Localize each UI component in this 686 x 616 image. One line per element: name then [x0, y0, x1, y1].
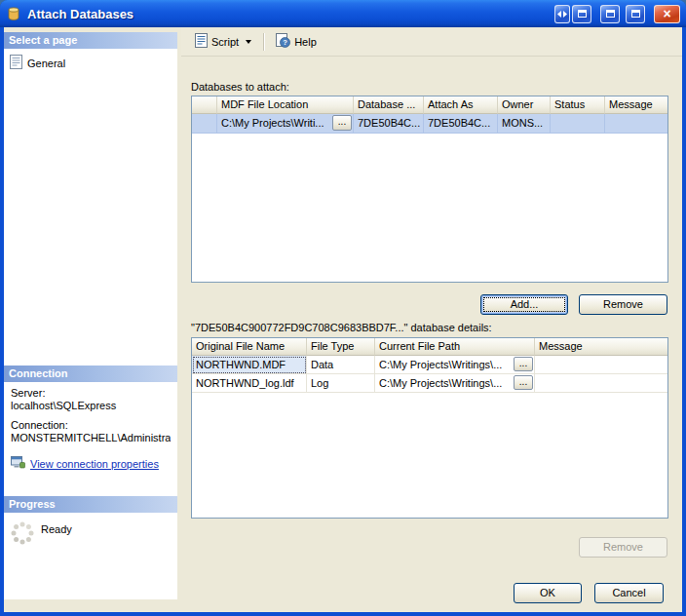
attach-databases-grid[interactable]: MDF File Location Database ... Attach As…	[191, 96, 668, 283]
details-remove-button[interactable]: Remove	[579, 537, 667, 558]
original-file-name-cell[interactable]: NORTHWND_log.ldf	[192, 374, 307, 393]
attach-as-cell[interactable]: 7DE50B4C...	[424, 114, 498, 134]
column-header-status[interactable]: Status	[551, 96, 605, 114]
column-header-mdf-file-location[interactable]: MDF File Location	[217, 96, 354, 114]
databases-to-attach-label: Databases to attach:	[191, 81, 289, 93]
toolbar-separator	[263, 33, 264, 51]
dialog-toolbar: Script ? Help	[181, 27, 682, 57]
details-message-cell[interactable]	[535, 356, 667, 374]
column-header-file-type[interactable]: File Type	[307, 338, 375, 356]
progress-spinner-icon	[10, 520, 35, 548]
pages-panel: General	[4, 49, 177, 366]
ok-button[interactable]: OK	[514, 583, 582, 603]
script-button-label: Script	[211, 36, 239, 48]
table-row[interactable]: NORTHWND.MDF Data C:\My Projects\Writing…	[192, 356, 667, 374]
window-controls: ×	[553, 5, 680, 23]
database-cell[interactable]: 7DE50B4C...	[354, 114, 424, 134]
database-details-grid[interactable]: Original File Name File Type Current Fil…	[191, 337, 668, 519]
connection-value: MONSTERMITCHELL\Administra	[11, 432, 171, 443]
current-file-path-cell[interactable]: C:\My Projects\Writings\... ...	[375, 356, 535, 374]
script-icon	[195, 33, 208, 50]
current-file-path-cell[interactable]: C:\My Projects\Writings\... ...	[375, 374, 535, 393]
sidebar-item-general[interactable]: General	[10, 55, 177, 71]
dock-arrows-button[interactable]	[554, 5, 570, 23]
maximize-button[interactable]	[626, 5, 645, 23]
file-type-cell[interactable]: Data	[307, 356, 375, 374]
column-header-original-file-name[interactable]: Original File Name	[192, 338, 307, 356]
browse-path-button[interactable]: ...	[514, 357, 533, 371]
browse-path-button[interactable]: ...	[514, 375, 533, 390]
svg-text:?: ?	[283, 38, 287, 47]
chevron-down-icon	[246, 40, 251, 44]
connection-header: Connection	[4, 366, 177, 382]
add-button[interactable]: Add...	[480, 294, 568, 315]
connection-label: Connection:	[11, 419, 171, 431]
general-page-icon	[10, 55, 22, 71]
window-title: Attach Databases	[27, 7, 553, 21]
connection-properties-icon	[11, 455, 25, 473]
row-selector-cell[interactable]	[192, 114, 217, 134]
progress-panel: Ready	[4, 513, 177, 599]
mdf-file-location-cell[interactable]: C:\My Projects\Writi... ...	[217, 114, 354, 134]
help-button[interactable]: ? Help	[269, 29, 324, 54]
details-grid-header-row: Original File Name File Type Current Fil…	[192, 338, 667, 356]
table-row[interactable]: NORTHWND_log.ldf Log C:\My Projects\Writ…	[192, 374, 667, 393]
attach-database-icon	[6, 6, 23, 21]
attach-databases-dialog: Attach Databases × Select a page	[0, 0, 686, 616]
original-file-name-cell[interactable]: NORTHWND.MDF	[192, 356, 307, 374]
file-type-cell[interactable]: Log	[307, 374, 375, 393]
dialog-body: Select a page General Connection Server:	[4, 27, 682, 612]
help-icon: ?	[276, 33, 290, 50]
message-cell[interactable]	[605, 114, 667, 134]
column-header-message[interactable]: Message	[605, 96, 667, 114]
script-button[interactable]: Script	[188, 29, 258, 54]
connection-panel: Server: localhost\SQLExpress Connection:…	[4, 382, 177, 496]
status-cell[interactable]	[551, 114, 605, 134]
view-connection-properties-link[interactable]: View connection properties	[30, 458, 159, 470]
close-button[interactable]: ×	[654, 5, 680, 23]
select-a-page-header: Select a page	[4, 32, 177, 49]
progress-header: Progress	[4, 496, 177, 513]
window-restore-icon[interactable]	[572, 5, 591, 23]
remove-button[interactable]: Remove	[579, 294, 667, 315]
column-header-current-file-path[interactable]: Current File Path	[375, 338, 535, 356]
table-row[interactable]: C:\My Projects\Writi... ... 7DE50B4C... …	[192, 114, 667, 134]
titlebar[interactable]: Attach Databases ×	[0, 0, 686, 27]
browse-mdf-button[interactable]: ...	[332, 115, 352, 131]
help-button-label: Help	[294, 36, 317, 48]
column-header-database[interactable]: Database ...	[354, 96, 424, 114]
sidebar-item-label: General	[27, 58, 65, 69]
minimize-button[interactable]	[600, 5, 620, 23]
column-header-attach-as[interactable]: Attach As	[424, 96, 498, 114]
column-header-owner[interactable]: Owner	[498, 96, 551, 114]
owner-cell[interactable]: MONS...	[498, 114, 551, 134]
cancel-button[interactable]: Cancel	[594, 583, 664, 603]
database-details-label: "7DE50B4C900772FD9C708C9683BBD7F..." dat…	[191, 322, 492, 333]
server-label: Server:	[11, 387, 171, 399]
server-value: localhost\SQLExpress	[11, 400, 171, 411]
column-header-details-message[interactable]: Message	[535, 338, 667, 356]
column-header-selector[interactable]	[192, 96, 217, 114]
attach-grid-header-row: MDF File Location Database ... Attach As…	[192, 96, 667, 114]
progress-status: Ready	[41, 520, 72, 535]
details-message-cell[interactable]	[535, 374, 667, 393]
